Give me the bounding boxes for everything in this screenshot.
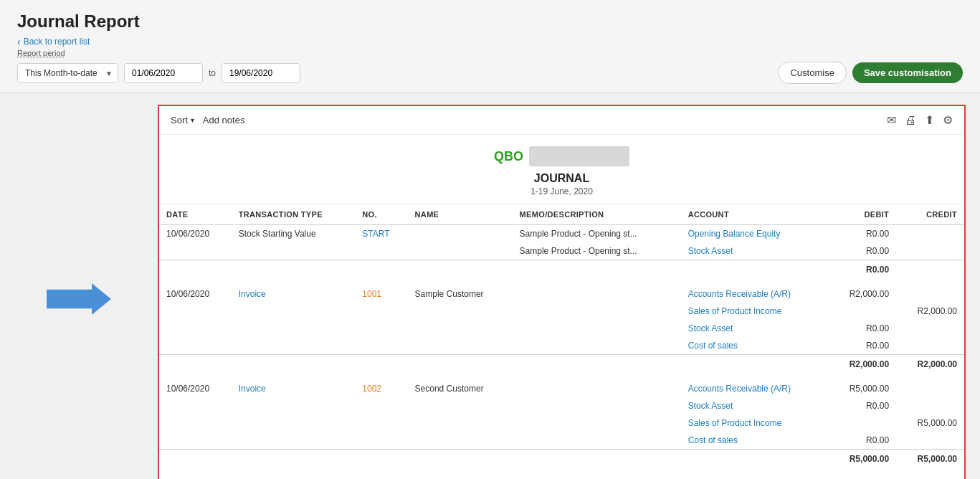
col-debit: DEBIT: [828, 204, 896, 225]
col-credit: CREDIT: [896, 204, 964, 225]
table-row: Stock Asset R0.00: [159, 320, 964, 337]
period-select[interactable]: This Month-to-date This Week This Month …: [17, 63, 118, 83]
controls-right: Customise Save customisation: [778, 62, 963, 84]
report-header: QBO JOURNAL 1-19 June, 2020: [159, 135, 964, 204]
name: Sample Customer: [408, 285, 513, 303]
group-total-row: R5,000.00 R5,000.00: [159, 450, 964, 468]
account[interactable]: Accounts Receivable (A/R): [681, 475, 829, 479]
export-icon[interactable]: ⬆: [925, 113, 934, 127]
account[interactable]: Stock Asset: [681, 320, 829, 337]
spacer-row: [159, 278, 964, 285]
debit: R0.00: [828, 337, 896, 355]
account[interactable]: Stock Asset: [681, 242, 829, 260]
blue-arrow-icon: [47, 283, 111, 315]
col-name: NAME: [408, 204, 513, 225]
transaction-type[interactable]: Invoice: [232, 380, 356, 397]
debit: R0.00: [828, 432, 896, 450]
customise-button[interactable]: Customise: [778, 62, 846, 84]
debit: R2,000.00: [828, 285, 896, 303]
spacer-row: [159, 373, 964, 380]
date: 10/06/2020: [159, 475, 232, 479]
memo: Sample Product - Opening st...: [513, 242, 681, 260]
credit: R5,000.00: [896, 414, 964, 432]
table-row: Sample Product - Opening st... Stock Ass…: [159, 242, 964, 260]
account[interactable]: Accounts Receivable (A/R): [681, 285, 829, 303]
transaction-type: Stock Starting Value: [232, 225, 356, 243]
qbo-label: QBO: [494, 149, 523, 164]
account[interactable]: Sales of Product Income: [681, 414, 829, 432]
account[interactable]: Accounts Receivable (A/R): [681, 380, 829, 397]
col-no: NO.: [355, 204, 407, 225]
name: Sample Customer: [408, 475, 513, 479]
group-total-row: R0.00: [159, 260, 964, 279]
table-row: 10/06/2020 Credit Note Sample Customer C…: [159, 475, 964, 479]
credit: R2,000.00: [896, 303, 964, 320]
date: 10/06/2020: [159, 285, 232, 303]
credit: [896, 285, 964, 303]
page-title: Journal Report: [17, 11, 963, 32]
total-debit: R5,000.00: [828, 450, 896, 468]
account[interactable]: Cost of sales: [681, 337, 829, 355]
table-row: Sales of Product Income R5,000.00: [159, 414, 964, 432]
table-header-row: DATE TRANSACTION TYPE NO. NAME MEMO/DESC…: [159, 204, 964, 225]
table-row: Sales of Product Income R2,000.00: [159, 303, 964, 320]
save-customisation-button[interactable]: Save customisation: [852, 62, 963, 83]
print-icon[interactable]: 🖨: [905, 114, 916, 127]
back-link[interactable]: Back to report list: [17, 36, 90, 47]
table-row: Stock Asset R0.00: [159, 397, 964, 414]
col-memo: MEMO/DESCRIPTION: [513, 204, 681, 225]
period-select-wrapper: This Month-to-date This Week This Month …: [17, 63, 118, 83]
table-row: Cost of sales R0.00: [159, 432, 964, 450]
col-date: DATE: [159, 204, 232, 225]
company-logo: [529, 146, 629, 166]
email-icon[interactable]: ✉: [887, 113, 896, 127]
total-credit: [896, 260, 964, 279]
memo: [513, 285, 681, 303]
credit: R2,000.00: [896, 475, 964, 479]
no[interactable]: START: [355, 225, 407, 243]
arrow-area: [0, 105, 158, 479]
report-content: Sort ▾ Add notes ✉ 🖨 ⬆ ⚙ QBO JOURNAL 1-1…: [158, 105, 966, 479]
col-account: ACCOUNT: [681, 204, 829, 225]
memo: Created by QB Online to adju...: [513, 475, 681, 479]
date: 10/06/2020: [159, 380, 232, 397]
journal-table: DATE TRANSACTION TYPE NO. NAME MEMO/DESC…: [159, 204, 964, 479]
debit: R0.00: [828, 225, 896, 243]
no[interactable]: 1001: [355, 285, 407, 303]
add-notes-button[interactable]: Add notes: [203, 115, 245, 125]
controls-left: This Month-to-date This Week This Month …: [17, 63, 300, 83]
toolbar-right: ✉ 🖨 ⬆ ⚙: [887, 113, 953, 127]
top-bar: Journal Report Back to report list Repor…: [0, 0, 980, 93]
report-period-label: Report period: [17, 49, 963, 57]
debit: R0.00: [828, 320, 896, 337]
table-row: 10/06/2020 Invoice 1002 Second Customer …: [159, 380, 964, 397]
total-credit: R5,000.00: [896, 450, 964, 468]
no[interactable]: [355, 475, 407, 479]
sort-button[interactable]: Sort ▾: [171, 115, 194, 125]
table-row: 10/06/2020 Stock Starting Value START Sa…: [159, 225, 964, 243]
toolbar: Sort ▾ Add notes ✉ 🖨 ⬆ ⚙: [159, 106, 964, 135]
total-credit: R2,000.00: [896, 355, 964, 374]
date-to-input[interactable]: [222, 63, 300, 83]
transaction-type[interactable]: Credit Note: [232, 475, 356, 479]
settings-icon[interactable]: ⚙: [943, 113, 953, 127]
account[interactable]: Sales of Product Income: [681, 303, 829, 320]
sort-arrow-icon: ▾: [191, 116, 194, 124]
memo: Sample Product - Opening st...: [513, 225, 681, 243]
controls-row: This Month-to-date This Week This Month …: [17, 62, 963, 84]
account[interactable]: Stock Asset: [681, 397, 829, 414]
group-total-row: R2,000.00 R2,000.00: [159, 355, 964, 374]
total-debit: R2,000.00: [828, 355, 896, 374]
debit: R0.00: [828, 397, 896, 414]
transaction-type[interactable]: Invoice: [232, 285, 356, 303]
date-from-input[interactable]: [124, 63, 203, 83]
no[interactable]: 1002: [355, 380, 407, 397]
account[interactable]: Opening Balance Equity: [681, 225, 829, 243]
account[interactable]: Cost of sales: [681, 432, 829, 450]
col-transaction-type: TRANSACTION TYPE: [232, 204, 356, 225]
table-row: 10/06/2020 Invoice 1001 Sample Customer …: [159, 285, 964, 303]
toolbar-left: Sort ▾ Add notes: [171, 115, 244, 125]
credit: [896, 225, 964, 243]
debit: R0.00: [828, 242, 896, 260]
name: [408, 225, 513, 243]
